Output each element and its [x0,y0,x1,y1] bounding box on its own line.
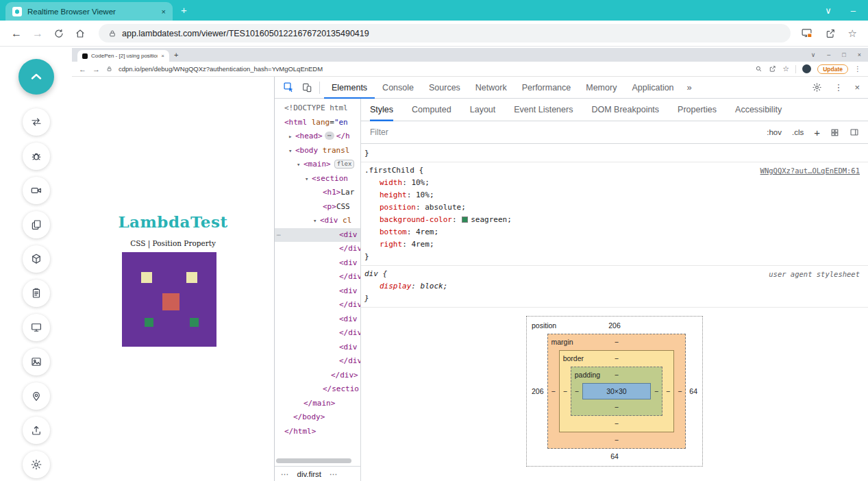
zoom-icon[interactable] [755,65,762,73]
pseudo-state-toggle[interactable]: :hov [767,128,782,136]
devtools-tab-sources[interactable]: Sources [421,77,468,99]
breadcrumb-item[interactable]: div.first [297,470,322,478]
share-icon[interactable] [825,28,836,39]
dom-tree-line[interactable]: </main> [275,397,360,411]
dom-tree-line[interactable]: ⋯<div [275,228,360,243]
dom-tree-line[interactable]: <h1>Lar [275,186,360,200]
dom-tree-line[interactable]: </body> [275,410,360,425]
back-button[interactable]: ← [11,27,22,40]
css-selector-line[interactable]: .firstChild {WNgQQXz?aut…OLqEnEDM:61 [361,164,868,177]
settings-gear-icon[interactable] [812,82,822,92]
dom-tree-line[interactable]: ▾<body transl [275,144,360,158]
scroll-top-button[interactable] [18,59,54,95]
devtools-tab-elements[interactable]: Elements [324,77,375,99]
devtools-tab-network[interactable]: Network [468,77,514,99]
address-bar[interactable]: app.lambdatest.com/viewer/TES10160501221… [99,24,791,42]
upload-icon[interactable] [23,417,50,444]
dom-tree-line[interactable]: <!DOCTYPE html [275,101,360,116]
row-menu-icon[interactable]: ⋯ [277,228,280,243]
bookmark-star-icon[interactable]: ☆ [848,27,857,40]
inspect-element-icon[interactable] [283,82,295,93]
color-swatch[interactable] [462,217,468,223]
screenshots-icon[interactable] [23,211,50,238]
dom-tree-line[interactable]: ▾<section [275,172,360,186]
subtab-dom-breakpoints[interactable]: DOM Breakpoints [591,99,659,121]
expand-arrow-down-icon[interactable]: ▾ [313,214,320,228]
devtools-menu-icon[interactable]: ⋮ [834,82,843,92]
dom-tree-line[interactable]: <div [275,284,360,299]
css-selector-line[interactable]: div {user agent stylesheet [361,268,868,280]
resolution-icon[interactable] [23,314,50,341]
dom-tree-line[interactable]: </div [275,270,360,284]
dom-tree-line[interactable]: <html lang="en [275,116,360,130]
devtools-tab-performance[interactable]: Performance [514,77,579,99]
dom-tree-line[interactable]: <div [275,341,360,355]
css-property[interactable]: background-color: seagreen; [361,214,868,226]
subtab-layout[interactable]: Layout [470,99,496,121]
subtab-styles[interactable]: Styles [370,99,393,121]
dom-tree-line[interactable]: <div [275,256,360,271]
remote-new-tab-button[interactable]: + [174,51,178,59]
dom-tree-line[interactable]: </html> [275,425,360,439]
devtools-close-icon[interactable]: × [854,82,860,92]
dom-tree-line[interactable]: ▸<head>⋯</h [275,130,360,144]
record-video-icon[interactable] [23,177,50,204]
expand-arrow-down-icon[interactable]: ▾ [288,144,295,158]
dom-tree-line[interactable]: ▾<main>flex [275,158,360,172]
minimize-icon[interactable]: – [851,5,856,16]
remote-share-icon[interactable] [769,65,776,73]
dom-tree-line[interactable]: </sectio [275,382,360,397]
remote-maximize-icon[interactable]: □ [842,51,845,58]
remote-menu-icon[interactable]: ⋮ [854,65,861,73]
more-panels-button[interactable]: » [682,82,697,92]
dom-tree-line[interactable]: </div> [275,369,360,383]
screenshot-device-icon[interactable] [801,27,813,39]
expand-arrow-down-icon[interactable]: ▾ [297,158,303,172]
remote-minimize-icon[interactable]: – [827,51,830,58]
box-model-margin[interactable]: margin − − border [547,334,686,449]
box-model-content[interactable]: 30×30 [582,383,651,399]
remote-star-icon[interactable]: ☆ [782,64,789,73]
subtab-computed[interactable]: Computed [412,99,451,121]
grid-icon[interactable] [830,128,839,137]
forward-button[interactable]: → [32,27,43,40]
tab-search-chevron-icon[interactable]: ∨ [811,51,816,58]
expand-arrow-right-icon[interactable]: ▸ [288,130,295,144]
geolocation-icon[interactable] [23,382,50,410]
switch-browser-icon[interactable] [23,108,50,136]
expand-arrow-down-icon[interactable]: ▾ [305,172,312,186]
subtab-accessibility[interactable]: Accessibility [735,99,782,121]
css-property[interactable]: right: 4rem; [361,238,868,251]
css-property[interactable]: position: absolute; [361,201,868,214]
breadcrumb-overflow-left[interactable]: ⋯ [281,469,289,479]
styles-filter-input[interactable]: Filter [370,127,388,137]
computed-sidebar-toggle-icon[interactable] [850,127,859,137]
css-source-link[interactable]: user agent stylesheet [769,268,868,280]
test-report-icon[interactable] [23,280,50,307]
box-model-border[interactable]: border − − p [559,350,675,432]
css-source-link[interactable]: WNgQQXz?aut…OLqEnEDM:61 [760,164,868,177]
remote-browser-tab[interactable]: CodePen - [2] using position pro... × [77,50,169,62]
profile-avatar[interactable] [802,64,811,73]
css-property[interactable]: display: block; [361,280,868,293]
update-button[interactable]: Update [817,64,848,74]
subtab-properties[interactable]: Properties [678,99,717,121]
dom-tree-line[interactable]: </div [275,354,360,369]
devtools-tab-console[interactable]: Console [375,77,421,99]
dom-tree-line[interactable]: <div [275,312,360,327]
gallery-icon[interactable] [23,348,50,375]
dom-tree-line[interactable]: </div [275,242,360,256]
css-property[interactable]: width: 10%; [361,177,868,189]
class-toggle[interactable]: .cls [792,128,804,136]
refresh-button[interactable] [53,28,64,39]
dom-tree-line[interactable]: ▾<div cl [275,214,360,228]
dom-tree-line[interactable]: </div [275,298,360,312]
dom-tree-line[interactable]: </div [275,326,360,341]
css-property[interactable]: height: 10%; [361,189,868,201]
chevron-down-icon[interactable]: ∨ [825,5,832,16]
css-property[interactable]: bottom: 4rem; [361,226,868,238]
remote-tab-close-icon[interactable]: × [161,53,164,59]
remote-close-icon[interactable]: × [858,51,861,58]
viewer-browser-tab[interactable]: Realtime Browser Viewer × [5,2,173,21]
bug-icon[interactable] [23,143,50,170]
